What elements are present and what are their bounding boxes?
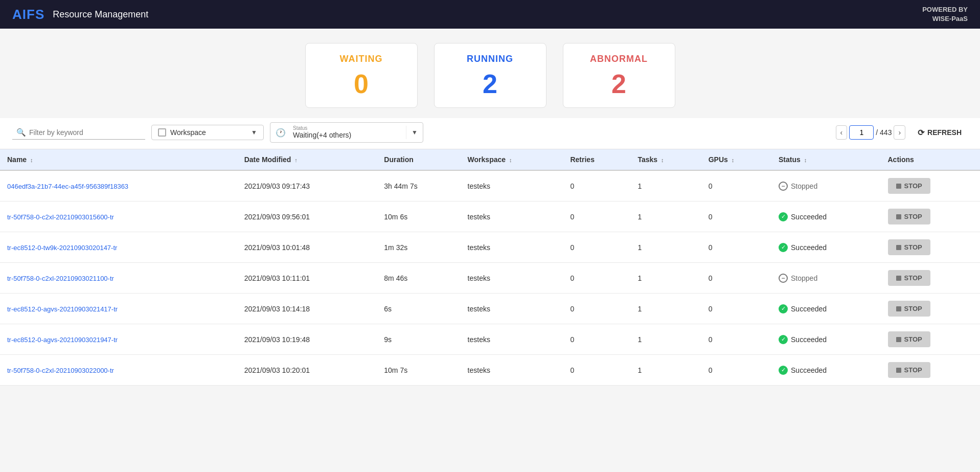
job-name-link[interactable]: tr-ec8512-0-agvs-20210903021417-tr	[7, 305, 118, 313]
status-text: Succeeded	[791, 243, 827, 252]
cell-date: 2021/09/03 10:20:01	[237, 355, 377, 386]
jobs-table: Name ↕ Date Modified ↑ Duration Workspac…	[0, 149, 980, 386]
col-header-gpus[interactable]: GPUs ↕	[701, 149, 771, 170]
col-header-date[interactable]: Date Modified ↑	[237, 149, 377, 170]
filter-bar: 🔍 Workspace ▼ 🕐 Status Waiting(+4 others…	[0, 118, 980, 149]
cell-name: tr-ec8512-0-tw9k-20210903020147-tr	[0, 232, 237, 263]
table-row: tr-50f758-0-c2xl-20210903015600-tr 2021/…	[0, 201, 980, 232]
status-filter-header: Status	[293, 126, 404, 131]
stop-button[interactable]: STOP	[888, 270, 930, 286]
stop-button-label: STOP	[904, 213, 922, 220]
search-input[interactable]	[29, 128, 141, 137]
page-title: Resource Management	[53, 9, 148, 20]
stop-button[interactable]: STOP	[888, 209, 930, 224]
stop-button-label: STOP	[904, 305, 922, 312]
pagination: ‹ / 443 ›	[836, 125, 905, 140]
date-sort-icon: ↑	[294, 157, 298, 163]
status-text: Stopped	[791, 182, 817, 190]
search-box: 🔍	[12, 126, 145, 140]
job-name-link[interactable]: tr-50f758-0-c2xl-20210903022000-tr	[7, 367, 114, 374]
running-label: RUNNING	[445, 54, 536, 64]
running-value: 2	[445, 71, 536, 97]
refresh-button[interactable]: ⟳ REFRESH	[911, 125, 968, 141]
stop-button[interactable]: STOP	[888, 301, 930, 317]
status-succeeded-icon: ✓	[779, 366, 788, 375]
col-header-workspace[interactable]: Workspace ↕	[461, 149, 563, 170]
cell-gpus: 0	[701, 324, 771, 355]
stop-button[interactable]: STOP	[888, 362, 930, 378]
status-sort-icon: ↕	[804, 157, 807, 163]
stop-icon	[896, 184, 901, 189]
cell-tasks: 1	[630, 201, 701, 232]
jobs-table-container: Name ↕ Date Modified ↑ Duration Workspac…	[0, 149, 980, 386]
cell-duration: 8m 46s	[377, 263, 460, 294]
job-name-link[interactable]: 046edf3a-21b7-44ec-a45f-956389f18363	[7, 183, 128, 190]
cell-actions: STOP	[881, 201, 981, 232]
stop-button[interactable]: STOP	[888, 331, 930, 347]
stop-button[interactable]: STOP	[888, 178, 930, 194]
cell-date: 2021/09/03 10:14:18	[237, 294, 377, 324]
workspace-filter[interactable]: Workspace ▼	[151, 125, 264, 140]
clock-icon: 🕐	[270, 125, 291, 141]
stop-button-label: STOP	[904, 274, 922, 282]
cell-duration: 3h 44m 7s	[377, 170, 460, 201]
col-header-tasks[interactable]: Tasks ↕	[630, 149, 701, 170]
tasks-sort-icon: ↕	[661, 157, 664, 163]
job-name-link[interactable]: tr-50f758-0-c2xl-20210903015600-tr	[7, 213, 114, 221]
cell-tasks: 1	[630, 232, 701, 263]
workspace-filter-label: Workspace	[170, 128, 206, 137]
cell-name: tr-ec8512-0-agvs-20210903021947-tr	[0, 324, 237, 355]
table-header-row: Name ↕ Date Modified ↑ Duration Workspac…	[0, 149, 980, 170]
table-row: tr-ec8512-0-agvs-20210903021417-tr 2021/…	[0, 294, 980, 324]
prev-page-button[interactable]: ‹	[836, 125, 848, 140]
cell-status: ✓ Succeeded	[771, 294, 880, 324]
cell-retries: 0	[563, 232, 630, 263]
status-filter[interactable]: 🕐 Status Waiting(+4 others) ▼	[270, 122, 423, 143]
next-page-button[interactable]: ›	[894, 125, 905, 140]
cell-status: ✓ Succeeded	[771, 232, 880, 263]
status-text: Succeeded	[791, 335, 827, 344]
cell-tasks: 1	[630, 170, 701, 201]
job-name-link[interactable]: tr-ec8512-0-agvs-20210903021947-tr	[7, 336, 118, 344]
cell-duration: 10m 7s	[377, 355, 460, 386]
cell-workspace: testeks	[461, 294, 563, 324]
job-name-link[interactable]: tr-50f758-0-c2xl-20210903021100-tr	[7, 275, 114, 282]
status-succeeded-icon: ✓	[779, 243, 788, 252]
cell-workspace: testeks	[461, 232, 563, 263]
app-logo: AIFS	[12, 7, 44, 23]
cell-duration: 1m 32s	[377, 232, 460, 263]
refresh-icon: ⟳	[918, 128, 924, 138]
cell-gpus: 0	[701, 263, 771, 294]
stop-icon	[896, 245, 901, 250]
waiting-value: 0	[316, 71, 407, 97]
stop-button[interactable]: STOP	[888, 239, 930, 255]
abnormal-label: ABNORMAL	[574, 54, 665, 64]
table-row: tr-50f758-0-c2xl-20210903022000-tr 2021/…	[0, 355, 980, 386]
stop-button-label: STOP	[904, 366, 922, 374]
stop-icon	[896, 306, 901, 311]
cell-gpus: 0	[701, 355, 771, 386]
refresh-label: REFRESH	[927, 128, 962, 137]
cell-actions: STOP	[881, 294, 981, 324]
cell-date: 2021/09/03 09:56:01	[237, 201, 377, 232]
stop-icon	[896, 276, 901, 281]
cell-gpus: 0	[701, 294, 771, 324]
col-header-status[interactable]: Status ↕	[771, 149, 880, 170]
col-header-name[interactable]: Name ↕	[0, 149, 237, 170]
waiting-label: WAITING	[316, 54, 407, 64]
cell-retries: 0	[563, 355, 630, 386]
cell-workspace: testeks	[461, 170, 563, 201]
workspace-checkbox[interactable]	[158, 128, 166, 137]
stop-button-label: STOP	[904, 335, 922, 343]
stop-icon	[896, 214, 901, 219]
cell-date: 2021/09/03 10:01:48	[237, 232, 377, 263]
job-name-link[interactable]: tr-ec8512-0-tw9k-20210903020147-tr	[7, 244, 117, 252]
page-number-input[interactable]	[849, 125, 874, 140]
status-text: Succeeded	[791, 213, 827, 221]
workspace-dropdown-arrow: ▼	[251, 129, 257, 136]
status-dropdown-arrow: ▼	[406, 126, 423, 139]
table-row: tr-ec8512-0-agvs-20210903021947-tr 2021/…	[0, 324, 980, 355]
status-succeeded-icon: ✓	[779, 304, 788, 313]
stop-button-label: STOP	[904, 243, 922, 251]
cell-name: tr-ec8512-0-agvs-20210903021417-tr	[0, 294, 237, 324]
